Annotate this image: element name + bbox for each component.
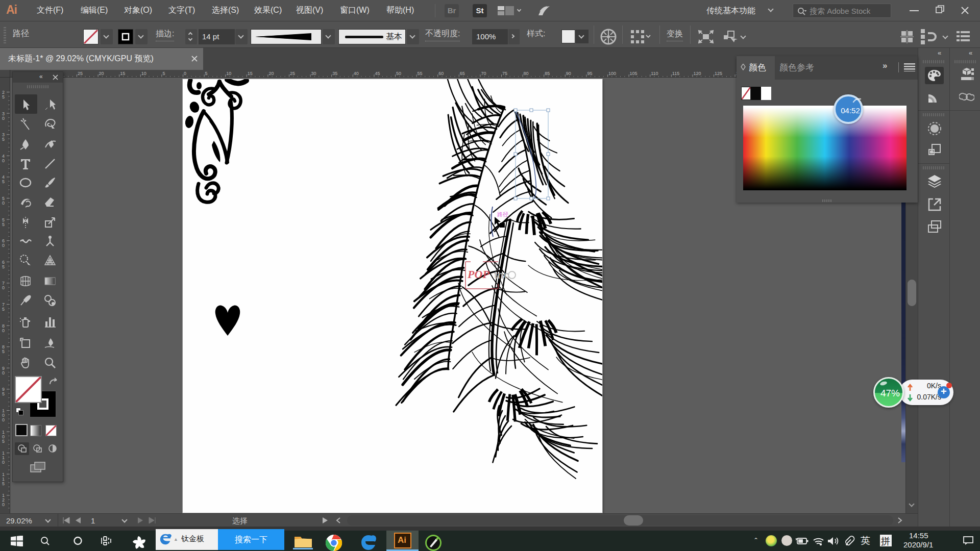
svg-text:5: 5 — [2, 137, 5, 142]
svg-text:5: 5 — [205, 71, 208, 76]
svg-text:50: 50 — [396, 71, 401, 76]
svg-text:120: 120 — [693, 71, 701, 76]
svg-text:60: 60 — [438, 71, 444, 76]
svg-text:路径: 路径 — [497, 211, 508, 217]
svg-text:0: 0 — [2, 417, 5, 422]
svg-text:100: 100 — [608, 71, 616, 76]
svg-text:0: 0 — [2, 158, 5, 163]
svg-text:5: 5 — [2, 307, 5, 312]
svg-text:85: 85 — [545, 71, 550, 76]
svg-text:20: 20 — [99, 71, 104, 76]
svg-text:20: 20 — [268, 71, 274, 76]
svg-text:0: 0 — [2, 328, 5, 333]
svg-text:30: 30 — [311, 71, 316, 76]
svg-text:0: 0 — [2, 502, 5, 507]
svg-text:0: 0 — [2, 460, 5, 465]
svg-text:25: 25 — [290, 71, 295, 76]
svg-text:5: 5 — [2, 264, 5, 269]
svg-text:40: 40 — [354, 71, 359, 76]
svg-text:5: 5 — [2, 94, 5, 99]
svg-text:5: 5 — [2, 179, 5, 184]
svg-text:15: 15 — [120, 71, 125, 76]
svg-text:0: 0 — [2, 116, 5, 121]
svg-text:5: 5 — [2, 222, 5, 227]
svg-text:25: 25 — [78, 71, 83, 76]
svg-text:0: 0 — [2, 243, 5, 248]
svg-text:10: 10 — [141, 71, 146, 76]
svg-text:65: 65 — [460, 71, 465, 76]
svg-text:5: 5 — [162, 71, 165, 76]
svg-text:10: 10 — [226, 71, 231, 76]
svg-text:90: 90 — [566, 71, 571, 76]
svg-text:75: 75 — [502, 71, 507, 76]
svg-text:70: 70 — [481, 71, 486, 76]
svg-text:80: 80 — [524, 71, 529, 76]
svg-text:125: 125 — [715, 71, 722, 76]
svg-text:tnc: tnc — [494, 269, 509, 281]
svg-text:55: 55 — [418, 71, 423, 76]
svg-text:5: 5 — [2, 349, 5, 354]
svg-text:5: 5 — [2, 439, 5, 444]
svg-text:0: 0 — [2, 285, 5, 290]
svg-text:110: 110 — [651, 71, 658, 76]
svg-text:45: 45 — [375, 71, 380, 76]
svg-text:15: 15 — [248, 71, 253, 76]
svg-text:0: 0 — [2, 370, 5, 375]
svg-text:0: 0 — [2, 201, 5, 206]
svg-text:POP: POP — [467, 268, 489, 281]
svg-text:5: 5 — [2, 391, 5, 396]
svg-text:0: 0 — [184, 71, 186, 76]
svg-text:115: 115 — [672, 71, 679, 76]
svg-text:105: 105 — [630, 71, 638, 76]
svg-text:5: 5 — [2, 481, 5, 486]
svg-text:35: 35 — [332, 71, 337, 76]
svg-text:95: 95 — [587, 71, 592, 76]
